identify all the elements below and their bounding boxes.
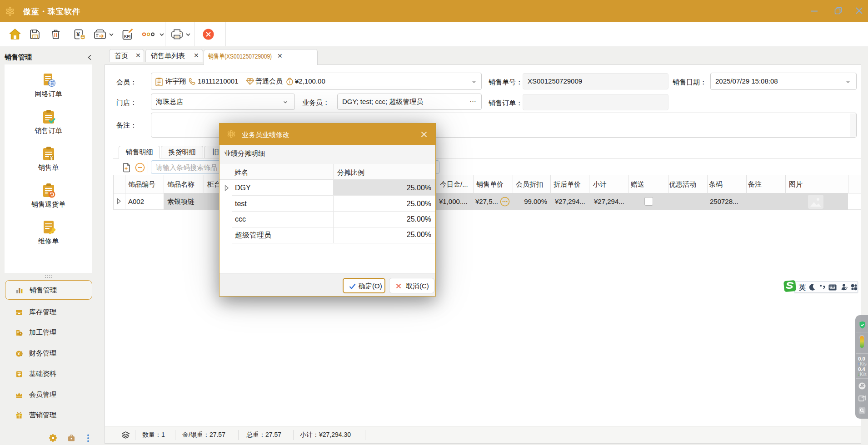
svg-text:¥: ¥ — [50, 156, 53, 161]
svg-text:¥: ¥ — [18, 351, 20, 356]
svg-text:¥: ¥ — [76, 31, 80, 38]
svg-text:KPI: KPI — [124, 34, 130, 39]
